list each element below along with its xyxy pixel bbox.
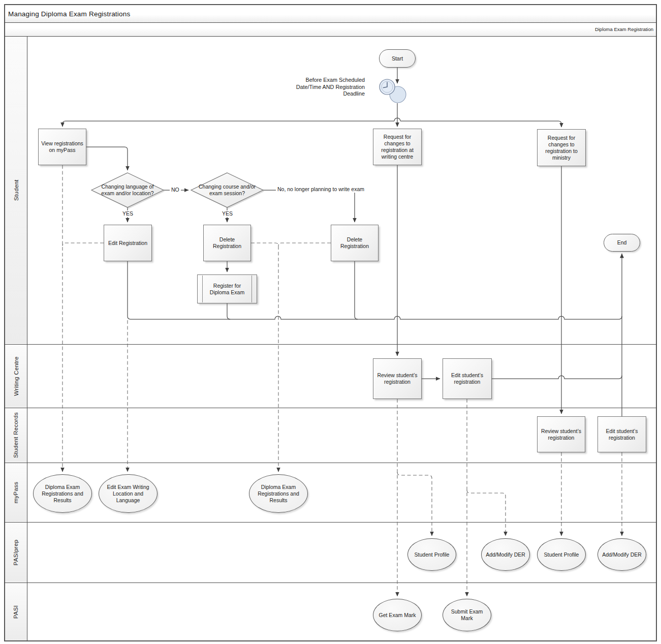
subprocess-register-diploma-exam: Register for Diploma Exam: [197, 274, 257, 303]
timer-event-icon: [380, 79, 406, 103]
decision-course-label: Changing course and/or exam session?: [198, 176, 256, 204]
decision-language-label: Changing language of exam and/or locatio…: [96, 176, 160, 204]
label-no-longer: No, no longer planning to write exam: [276, 186, 366, 193]
flow-decision2-no-delete2: [263, 190, 355, 222]
flow-register-merge: [227, 303, 230, 319]
mypass-der-results-2: Diploma Exam Registrations and Results: [249, 474, 308, 513]
flow-delete2-merge: [355, 261, 358, 319]
assoc-delete2-merge: [278, 243, 331, 246]
pasiprep-add-modify-der-1: Add/Modify DER: [481, 538, 530, 571]
label-no: NO: [170, 187, 181, 193]
task-view-registrations: View registrations on myPass: [38, 129, 86, 165]
timer-note: Before Exam Scheduled Date/Time AND Regi…: [278, 77, 365, 98]
assoc-wcreview-studentprofile1: [397, 472, 432, 536]
label-yes-2: YES: [221, 210, 234, 217]
assoc-wcedit-addmodifyder1: [467, 490, 506, 536]
mypass-der-results-1: Diploma Exam Registrations and Results: [33, 474, 92, 513]
task-sr-edit-registration: Edit student’s registration: [597, 416, 646, 452]
pasi-submit-exam-mark: Submit Exam Mark: [443, 599, 491, 631]
task-request-ministry: Request for changes to registration to m…: [537, 129, 586, 166]
task-request-writing-centre: Request for changes to registration at w…: [373, 129, 422, 165]
end-node: End: [604, 234, 640, 252]
task-wc-edit-registration: Edit student’s registration: [443, 358, 492, 399]
pasiprep-add-modify-der-2: Add/Modify DER: [597, 538, 646, 571]
start-node: Start: [379, 49, 416, 68]
flow-view-decision1: [86, 147, 128, 170]
diagram-canvas: Managing Diploma Exam Registrations Dipl…: [0, 0, 661, 644]
mypass-edit-location-language: Edit Exam Writing Location and Language: [99, 474, 158, 513]
task-wc-review-registration: Review student’s registration: [373, 358, 422, 399]
task-sr-review-registration: Review student’s registration: [537, 416, 585, 452]
pasiprep-student-profile-1: Student Profile: [407, 538, 456, 571]
pasiprep-student-profile-2: Student Profile: [537, 538, 586, 571]
assoc-edit-merge-left: [62, 243, 104, 246]
flow-wcedit-merge: [492, 376, 622, 379]
task-delete-registration-1: Delete Registration: [203, 225, 251, 261]
task-edit-registration: Edit Registration: [104, 225, 152, 261]
pasi-get-exam-mark: Get Exam Mark: [373, 599, 422, 631]
task-delete-registration-2: Delete Registration: [331, 225, 379, 261]
flow-branch-right-ministry: [400, 121, 561, 127]
flow-branch-left-view: [62, 121, 394, 127]
label-yes-1: YES: [121, 210, 135, 217]
